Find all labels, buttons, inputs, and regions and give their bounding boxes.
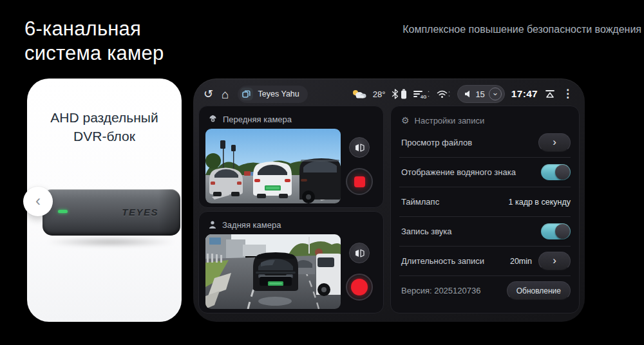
dvr-brand-logo: TEYES [122,207,158,218]
bt-battery-group [392,89,407,99]
duration-value: 20min [510,257,532,266]
status-bar-left: ↺ ⌂ Teyes Yahu [204,86,308,103]
home-button[interactable]: ⌂ [222,88,229,100]
temperature-label: 28° [373,89,386,99]
gear-icon: ⚙ [401,115,410,126]
settings-row-file-browser[interactable]: Просмотр файлов › [391,128,579,157]
rear-camera-switch-button[interactable] [349,243,370,263]
row-label: Запись звука [401,227,452,236]
recording-settings-panel: ⚙ Настройки записи Просмотр файлов › Ото… [390,106,580,313]
overflow-menu-button[interactable]: ⋮ [562,89,573,98]
unit-body: Передняя камера [193,104,585,313]
row-label: Длительность записи [401,256,484,266]
front-camera-header: Передняя камера [208,113,378,126]
page-title: 6-канальная система камер [24,17,164,66]
page-tagline: Комплексное повышение безопасности вожде… [358,24,641,35]
chevron-right-icon: › [553,136,556,147]
toggle-knob [555,165,570,180]
row-label: Таймлапс [401,197,439,207]
product-title-line2: DVR-блок [27,127,182,145]
update-button[interactable]: Обновление [507,281,571,300]
row-label: Отображение водяного знака [401,167,516,177]
rear-camera-header: Задняя камера [208,218,378,231]
page-title-line1: 6-канальная [24,17,164,41]
battery-icon [401,89,407,99]
back-icon: ↺ [204,88,213,100]
rear-camera-controls [341,243,378,301]
camera-flip-icon [355,249,365,257]
bluetooth-icon [392,89,399,99]
settings-row-watermark[interactable]: Отображение водяного знака [391,158,579,187]
dvr-device-shadow [45,237,176,247]
rear-camera-body [205,234,378,309]
duration-select-button[interactable]: › [538,252,571,270]
camera-flip-icon [355,144,365,152]
front-camera-body [205,129,378,203]
back-button[interactable]: ↺ [204,88,213,100]
chevron-right-icon: › [553,255,556,266]
clock-label: 17:47 [511,88,538,100]
volume-control[interactable]: 15 ⌄ [457,85,504,103]
dvr-device-image: TEYES [43,189,180,236]
rear-camera-title: Задняя камера [222,220,281,230]
rear-camera-feed[interactable] [205,234,341,309]
cameras-column: Передняя камера [198,106,384,313]
version-label: Версия: 2025120736 [401,286,480,295]
settings-title: Настройки записи [415,116,485,126]
product-title-line1: AHD раздельный [27,108,182,127]
front-camera-icon [208,115,218,124]
wifi-icon [437,89,451,99]
app-name-label: Teyes Yahu [258,89,299,98]
speaker-icon [464,90,471,98]
timelapse-value: 1 кадр в секунду [509,198,571,207]
screen-off-icon[interactable] [544,89,556,99]
product-card-title: AHD раздельный DVR-блок [27,108,182,145]
settings-row-audio[interactable]: Запись звука [391,217,579,246]
row-label: Просмотр файлов [401,138,472,147]
toggle-knob [555,224,570,239]
front-camera-panel: Передняя камера [198,106,384,208]
settings-row-duration[interactable]: Длительность записи 20min › [391,247,579,275]
audio-record-toggle[interactable] [541,223,571,239]
chevron-down-icon: ⌄ [491,88,498,97]
open-files-button[interactable]: › [538,133,571,152]
stop-record-icon [354,176,365,187]
chevron-left-icon: ‹ [35,193,41,209]
record-icon [351,279,368,295]
network-type-label: 4G [421,95,427,99]
update-button-label: Обновление [516,286,561,295]
current-app-pill[interactable]: Teyes Yahu [238,86,308,103]
cellular-signal-icon: 4G [413,89,430,99]
front-camera-record-button[interactable] [346,168,373,195]
settings-row-timelapse[interactable]: Таймлапс 1 кадр в секунду [391,187,579,216]
rear-camera-record-button[interactable] [346,274,373,301]
status-bar-right: 28° 4G [351,85,573,103]
settings-row-version: Версия: 2025120736 Обновление [391,276,579,305]
status-bar: ↺ ⌂ Teyes Yahu 28° [193,79,585,104]
page-title-line2: система камер [24,41,164,66]
front-camera-switch-button[interactable] [349,137,370,158]
weather-icon [351,89,366,99]
settings-header: ⚙ Настройки записи [391,109,579,128]
head-unit-screen: ↺ ⌂ Teyes Yahu 28° [193,79,585,322]
home-icon: ⌂ [222,88,229,101]
front-camera-title: Передняя камера [223,115,292,124]
rear-camera-panel: Задняя камера [198,211,384,313]
watermark-toggle[interactable] [541,164,571,180]
front-camera-feed[interactable] [205,129,341,203]
volume-expand-button[interactable]: ⌄ [489,88,502,100]
front-camera-controls [341,137,378,195]
app-windows-icon [240,88,253,100]
carousel-prev-button[interactable]: ‹ [23,187,53,216]
duration-right: 20min › [510,252,571,270]
product-card: AHD раздельный DVR-блок TEYES ‹ [27,79,182,322]
rear-camera-icon [208,220,217,229]
volume-level-label: 15 [475,89,484,99]
dvr-led-indicator [58,210,68,213]
